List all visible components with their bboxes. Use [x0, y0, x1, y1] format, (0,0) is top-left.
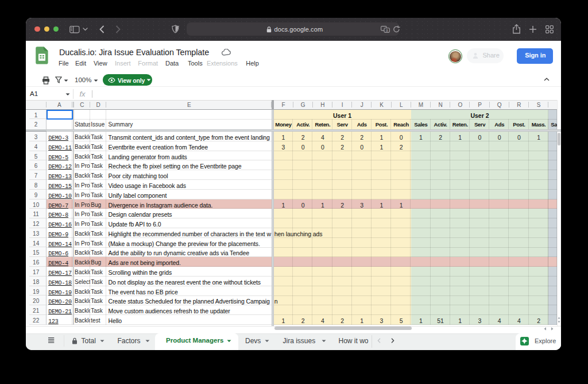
svg-text:a: a: [386, 28, 388, 32]
